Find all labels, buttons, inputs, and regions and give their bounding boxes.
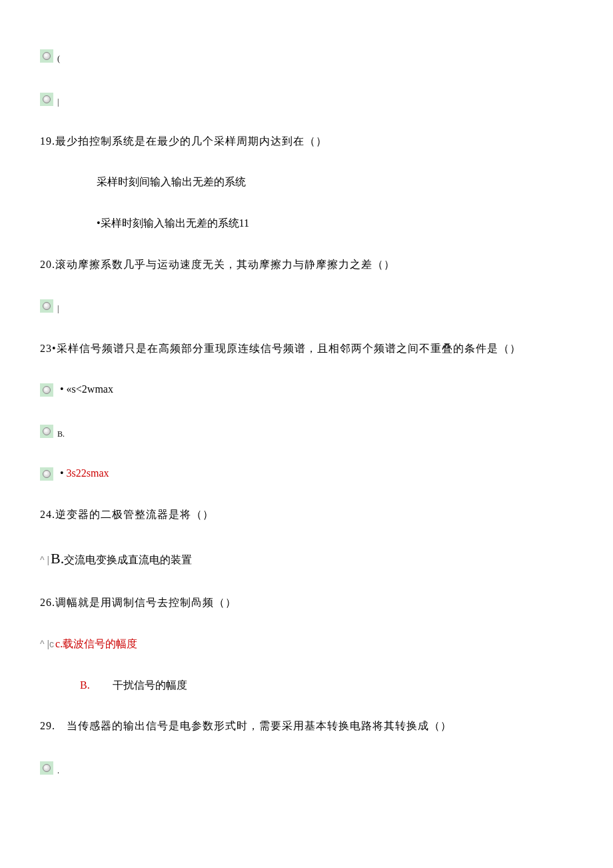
q23-option-c-text: 3s22smax: [67, 467, 109, 479]
radio-icon[interactable]: [40, 93, 53, 106]
q24-answer-row: ^ |B.交流电变换成直流电的装置: [40, 547, 573, 570]
q26-option-a-row: ^ |cc.载波信号的幅度: [40, 635, 573, 653]
q29-option-row: .: [40, 759, 573, 777]
radio-icon[interactable]: [40, 467, 53, 481]
radio-icon[interactable]: [40, 761, 53, 775]
q23-option-b-row: B.: [40, 422, 573, 441]
option-trail: (: [57, 54, 60, 63]
q23-option-b: B.: [57, 429, 65, 439]
radio-icon[interactable]: [40, 425, 53, 438]
q23-option-c: •3s22smax: [60, 467, 109, 479]
question-19: 19.最少拍控制系统是在最少的几个采样周期内达到在（）: [40, 133, 573, 150]
option-trail: .: [57, 766, 59, 775]
q26-option-b-label: B.: [80, 679, 90, 691]
q23-option-c-row: •3s22smax: [40, 465, 573, 482]
q20-option-row: |: [40, 297, 573, 315]
option-trail: |: [57, 304, 59, 313]
radio-icon[interactable]: [40, 383, 53, 397]
q26-prefix-marker: ^ |c: [40, 639, 54, 649]
question-29: 29. 当传感器的输出信号是电参数形式时，需要采用基本转换电路将其转换成（）: [40, 717, 573, 735]
q24-prefix-marker: ^ |: [40, 555, 49, 565]
question-24: 24.逆变器的二极管整流器是将（）: [40, 506, 573, 523]
q26-option-a: c.载波信号的幅度: [55, 638, 137, 649]
q23-option-a: •«s<2wmax: [60, 383, 113, 395]
radio-icon[interactable]: [40, 49, 53, 63]
q19-option-b: •采样时刻输入输出无差的系统11: [97, 215, 573, 232]
question-26: 26.调幅就是用调制信号去控制咼频（）: [40, 594, 573, 611]
option-row: |: [40, 89, 573, 108]
option-trail: |: [57, 97, 59, 107]
q26-option-b-text: 干扰信号的幅度: [113, 679, 187, 691]
option-row: (: [40, 47, 573, 65]
q24-label: B.: [51, 550, 64, 567]
q23-option-a-text: «s<2wmax: [67, 383, 113, 395]
question-20: 20.滚动摩擦系数几乎与运动速度无关，其动摩擦力与静摩擦力之差（）: [40, 256, 573, 273]
q23-option-a-row: •«s<2wmax: [40, 381, 573, 398]
q19-option-a: 采样时刻间输入输出无差的系统: [97, 173, 573, 191]
question-23: 23•采样信号频谱只是在高频部分重现原连续信号频谱，且相邻两个频谱之间不重叠的条…: [40, 340, 573, 357]
q26-option-b-row: B. 干扰信号的幅度: [80, 677, 573, 694]
q24-answer: 交流电变换成直流电的装置: [64, 554, 192, 565]
radio-icon[interactable]: [40, 299, 53, 313]
